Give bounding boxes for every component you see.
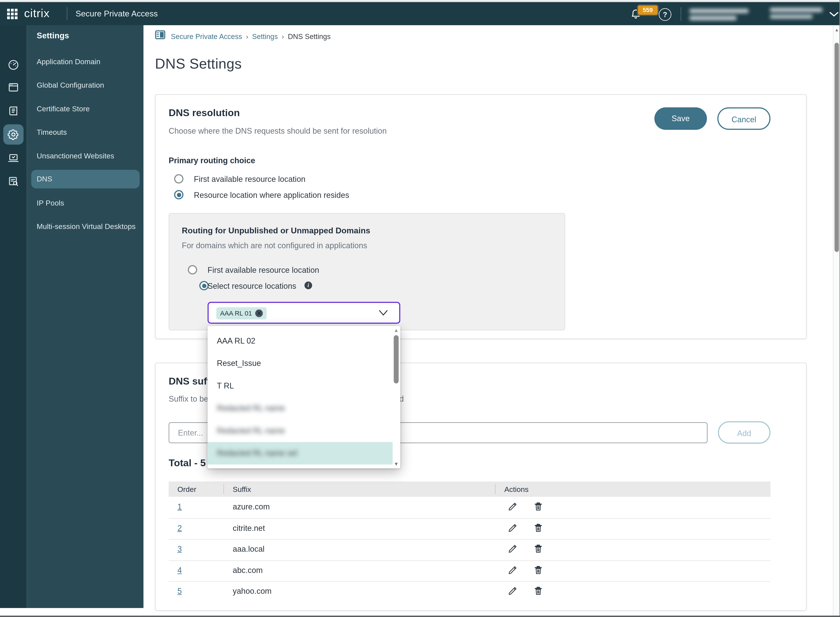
- column-header-actions: Actions: [504, 485, 529, 493]
- breadcrumb-separator: ›: [278, 32, 288, 41]
- dropdown-scroll-down-icon[interactable]: ▼: [394, 461, 399, 467]
- breadcrumb-panel-icon[interactable]: [155, 30, 166, 40]
- table-header: Order Suffix Actions: [169, 481, 771, 497]
- app-launcher-icon[interactable]: [7, 9, 18, 19]
- sidebar-item-ip-pools[interactable]: IP Pools: [37, 199, 64, 207]
- table-row: 5 yahoo.com: [169, 581, 771, 602]
- redacted-tenant-name[interactable]: [690, 9, 749, 23]
- select-chevron-down-icon[interactable]: [377, 308, 389, 317]
- breadcrumb-link-settings[interactable]: Settings: [252, 32, 278, 41]
- table-row: 1 azure.com: [169, 497, 771, 519]
- suffix-value: citrite.net: [233, 524, 265, 532]
- dropdown-scrollbar-thumb[interactable]: [394, 335, 399, 384]
- dropdown-option[interactable]: T RL: [208, 375, 393, 397]
- cancel-button[interactable]: Cancel: [717, 107, 771, 130]
- order-link[interactable]: 4: [177, 566, 182, 574]
- topbar-divider: [67, 7, 68, 21]
- info-icon[interactable]: i: [305, 282, 312, 289]
- order-link[interactable]: 1: [177, 502, 182, 511]
- dashboard-icon[interactable]: [7, 59, 20, 71]
- delete-trash-icon[interactable]: [533, 523, 544, 533]
- sidebar-item-global-configuration[interactable]: Global Configuration: [37, 81, 104, 89]
- column-divider: [495, 484, 496, 494]
- column-header-order: Order: [177, 485, 223, 493]
- delete-trash-icon[interactable]: [533, 586, 544, 596]
- breadcrumb-separator: ›: [242, 32, 252, 41]
- breadcrumb: Secure Private Access›Settings›DNS Setti…: [171, 31, 330, 41]
- citrix-logo: citrix: [24, 7, 50, 20]
- dropdown-option-redacted[interactable]: Redacted RL name: [208, 419, 393, 442]
- sidebar-item-timeouts[interactable]: Timeouts: [37, 128, 67, 136]
- table-row: 4 abc.com: [169, 560, 771, 582]
- column-divider: [223, 484, 224, 494]
- page-scrollbar-up-icon[interactable]: ▲: [834, 27, 839, 32]
- column-header-suffix: Suffix: [233, 485, 495, 493]
- dropdown-option[interactable]: AAA RL 02: [208, 330, 393, 352]
- table-row: 3 aaa.local: [169, 539, 771, 561]
- applications-icon[interactable]: [7, 81, 20, 94]
- window-top-edge: [0, 0, 840, 2]
- suffix-value: abc.com: [233, 566, 263, 574]
- breadcrumb-link-spa[interactable]: Secure Private Access: [171, 32, 242, 41]
- radio-unmapped-first-available[interactable]: [188, 265, 197, 275]
- radio-select-resource-locations-label[interactable]: Select resource locations: [208, 282, 296, 290]
- window-bottom-edge: [0, 616, 840, 617]
- save-button[interactable]: Save: [654, 107, 707, 130]
- edit-pencil-icon[interactable]: [507, 501, 518, 512]
- redacted-user-info[interactable]: [770, 8, 822, 21]
- order-link[interactable]: 3: [177, 545, 182, 553]
- page-scrollbar-thumb[interactable]: [834, 43, 839, 252]
- unmapped-domains-subtitle: For domains which are not configured in …: [182, 241, 367, 250]
- order-link[interactable]: 5: [177, 587, 182, 596]
- total-count-label: Total - 5: [169, 458, 206, 469]
- settings-gear-icon[interactable]: [7, 128, 20, 141]
- resource-locations-dropdown: AAA RL 02 Reset_Issue T RL Redacted RL n…: [208, 326, 400, 468]
- icon-rail: »: [0, 25, 27, 608]
- logs-search-icon[interactable]: [7, 175, 20, 188]
- sidebar-item-certificate-store[interactable]: Certificate Store: [37, 105, 90, 113]
- suffix-value: azure.com: [233, 502, 270, 511]
- radio-first-available[interactable]: [174, 174, 184, 184]
- radio-first-available-label[interactable]: First available resource location: [194, 175, 305, 184]
- page-title: DNS Settings: [155, 55, 242, 72]
- dropdown-option-redacted[interactable]: Redacted RL name: [208, 397, 393, 420]
- breadcrumb-current: DNS Settings: [288, 32, 330, 41]
- sidebar-item-unsanctioned-websites[interactable]: Unsanctioned Websites: [37, 152, 114, 160]
- sidebar-item-multi-session[interactable]: Multi-session Virtual Desktops: [37, 222, 136, 231]
- radio-resource-location-label[interactable]: Resource location where application resi…: [194, 190, 349, 199]
- radio-resource-location[interactable]: [174, 190, 184, 199]
- edit-pencil-icon[interactable]: [507, 523, 518, 533]
- sidebar-item-application-domain[interactable]: Application Domain: [37, 58, 100, 66]
- edit-pencil-icon[interactable]: [507, 543, 518, 554]
- delete-trash-icon[interactable]: [533, 543, 544, 554]
- notification-count-badge[interactable]: 559: [637, 4, 659, 16]
- dropdown-scroll-up-icon[interactable]: ▲: [394, 328, 399, 333]
- app-window: citrix Secure Private Access 559 ?: [0, 0, 840, 617]
- dns-resolution-subtitle: Choose where the DNS requests should be …: [169, 127, 387, 136]
- top-bar: citrix Secure Private Access 559 ?: [0, 2, 840, 25]
- selected-chip-label: AAA RL 01: [220, 310, 252, 317]
- dns-resolution-title: DNS resolution: [169, 107, 240, 119]
- add-button[interactable]: Add: [718, 421, 771, 444]
- app-title: Secure Private Access: [75, 9, 158, 18]
- suffix-value: yahoo.com: [233, 587, 272, 596]
- selected-chip: AAA RL 01 ✕: [217, 307, 267, 319]
- policies-icon[interactable]: [7, 105, 20, 117]
- account-menu-chevron-down-icon[interactable]: [828, 10, 840, 18]
- delete-trash-icon[interactable]: [533, 501, 544, 512]
- delete-trash-icon[interactable]: [533, 565, 544, 576]
- edit-pencil-icon[interactable]: [507, 586, 518, 596]
- help-icon[interactable]: ?: [659, 8, 672, 21]
- devices-icon[interactable]: [7, 152, 20, 165]
- unmapped-domains-title: Routing for Unpublished or Unmapped Doma…: [182, 226, 370, 235]
- resource-locations-select[interactable]: AAA RL 01 ✕: [208, 302, 400, 324]
- radio-unmapped-first-available-label[interactable]: First available resource location: [208, 266, 319, 275]
- edit-pencil-icon[interactable]: [507, 565, 518, 576]
- dropdown-option-redacted-label: Redacted RL name sel: [217, 442, 297, 465]
- dropdown-option-highlighted[interactable]: Redacted RL name sel: [208, 442, 393, 465]
- menu-header: Settings: [37, 31, 153, 40]
- chip-remove-icon[interactable]: ✕: [255, 310, 263, 317]
- suffix-value: aaa.local: [233, 545, 265, 553]
- order-link[interactable]: 2: [177, 524, 182, 532]
- dropdown-option[interactable]: Reset_Issue: [208, 352, 393, 375]
